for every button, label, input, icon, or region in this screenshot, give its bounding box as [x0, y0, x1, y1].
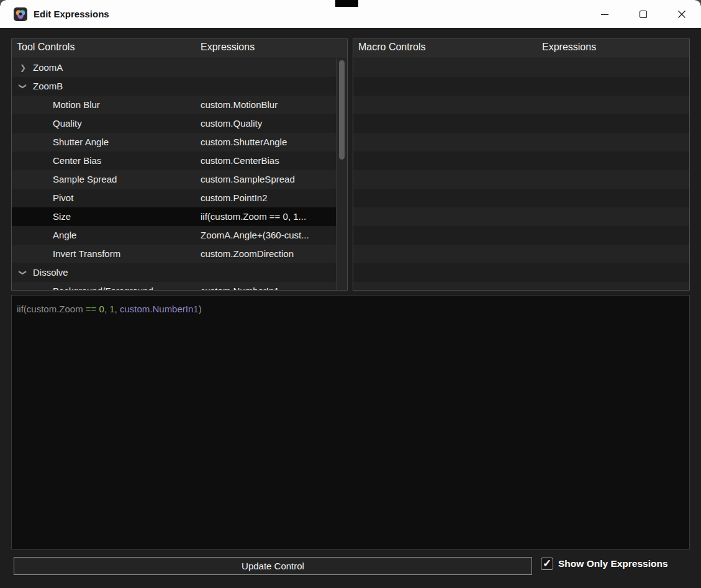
macro-controls-panel: Macro Controls Expressions — [353, 38, 690, 291]
expression-token: , — [104, 304, 109, 314]
expression-token: custom.NumberIn1 — [120, 304, 199, 314]
tool-controls-panel: Tool Controls Expressions ❯ZoomA❯ZoomBMo… — [11, 38, 348, 291]
background-window-edge — [335, 0, 358, 7]
chevron-expanded-icon[interactable]: ❯ — [14, 81, 32, 91]
show-only-expressions-label: Show Only Expressions — [558, 558, 668, 569]
tool-expressions-header: Expressions — [201, 42, 255, 53]
tree-row[interactable]: ❯ZoomB — [12, 77, 336, 96]
empty-row — [353, 226, 689, 245]
empty-row — [353, 207, 689, 226]
tree-row[interactable]: Center Biascustom.CenterBias — [12, 152, 336, 170]
macro-controls-list — [353, 58, 689, 290]
tree-row[interactable]: ❯ZoomA — [12, 58, 336, 77]
row-expression: iif(custom.Zoom == 0, 1... — [201, 207, 306, 226]
tool-controls-panel-header: Tool Controls Expressions — [12, 39, 347, 58]
empty-row — [353, 189, 689, 207]
macro-controls-panel-header: Macro Controls Expressions — [353, 39, 689, 58]
empty-row — [353, 77, 689, 96]
empty-row — [353, 96, 689, 114]
tree-row[interactable]: Qualitycustom.Quality — [12, 114, 336, 133]
window-controls — [586, 0, 701, 28]
empty-row — [353, 152, 689, 170]
row-label: Size — [53, 207, 71, 226]
tree-row[interactable]: AngleZoomA.Angle+(360-cust... — [12, 226, 336, 245]
row-expression: custom.Quality — [201, 114, 262, 133]
chevron-expanded-icon[interactable]: ❯ — [14, 268, 32, 278]
window-title: Edit Expressions — [34, 9, 109, 19]
row-label: Center Bias — [53, 152, 101, 170]
row-label: Pivot — [53, 189, 73, 207]
chevron-collapsed-icon[interactable]: ❯ — [18, 58, 28, 77]
row-label: Motion Blur — [53, 96, 100, 114]
row-label: Background/Foreground — [53, 282, 153, 290]
empty-row — [353, 170, 689, 189]
tool-controls-tree: ❯ZoomA❯ZoomBMotion Blurcustom.MotionBlur… — [12, 58, 336, 290]
macro-controls-header: Macro Controls — [358, 42, 425, 53]
app-icon — [14, 7, 27, 21]
row-expression: custom.ShutterAngle — [201, 133, 287, 152]
tool-controls-header: Tool Controls — [17, 42, 75, 53]
tree-row[interactable]: Sizeiif(custom.Zoom == 0, 1... — [12, 207, 336, 226]
empty-row — [353, 245, 689, 263]
expression-token: 1 — [109, 304, 114, 314]
expression-token: ) — [199, 304, 202, 314]
expression-token: , — [115, 304, 120, 314]
expression-token: iif(custom.Zoom — [17, 304, 86, 314]
tree-row[interactable]: Shutter Anglecustom.ShutterAngle — [12, 133, 336, 152]
dialog-body: Tool Controls Expressions ❯ZoomA❯ZoomBMo… — [0, 28, 701, 588]
expression-editor[interactable]: iif(custom.Zoom == 0, 1, custom.NumberIn… — [11, 295, 690, 550]
tree-row[interactable]: Invert Transformcustom.ZoomDirection — [12, 245, 336, 263]
row-label: Shutter Angle — [53, 133, 109, 152]
tree-row[interactable]: Sample Spreadcustom.SampleSpread — [12, 170, 336, 189]
show-only-expressions-checkbox[interactable]: ✓ — [541, 558, 553, 570]
expression-token: == — [86, 304, 97, 314]
row-label: Dissolve — [33, 263, 68, 282]
row-expression: custom.NumberIn1 — [201, 282, 279, 290]
row-expression: custom.ZoomDirection — [201, 245, 294, 263]
row-expression: custom.SampleSpread — [201, 170, 295, 189]
expression-token: 0 — [99, 304, 104, 314]
row-label: Sample Spread — [53, 170, 117, 189]
row-label: Angle — [53, 226, 76, 245]
empty-row — [353, 263, 689, 282]
tree-row[interactable]: Pivotcustom.PointIn2 — [12, 189, 336, 207]
row-label: Invert Transform — [53, 245, 120, 263]
empty-row — [353, 58, 689, 77]
update-control-button[interactable]: Update Control — [14, 557, 532, 575]
row-expression: custom.PointIn2 — [201, 189, 268, 207]
row-expression: custom.CenterBias — [201, 152, 279, 170]
macro-expressions-header: Expressions — [542, 42, 596, 53]
row-expression: ZoomA.Angle+(360-cust... — [201, 226, 309, 245]
minimize-button[interactable] — [586, 0, 624, 28]
close-button[interactable] — [663, 0, 701, 28]
row-expression: custom.MotionBlur — [201, 96, 278, 114]
tree-row[interactable]: Background/Foregroundcustom.NumberIn1 — [12, 282, 336, 290]
expression-text: iif(custom.Zoom == 0, 1, custom.NumberIn… — [12, 296, 689, 322]
empty-row — [353, 133, 689, 152]
tree-row[interactable]: ❯Dissolve — [12, 263, 336, 282]
maximize-button[interactable] — [624, 0, 663, 28]
row-label: Quality — [53, 114, 82, 133]
row-label: ZoomB — [33, 77, 63, 96]
tree-row[interactable]: Motion Blurcustom.MotionBlur — [12, 96, 336, 114]
row-label: ZoomA — [33, 58, 63, 77]
empty-row — [353, 114, 689, 133]
vertical-scrollbar[interactable] — [336, 58, 347, 290]
scrollbar-thumb[interactable] — [339, 60, 345, 160]
edit-expressions-window: Edit Expressions Tool Controls Expressio… — [0, 0, 701, 588]
empty-row — [353, 282, 689, 290]
